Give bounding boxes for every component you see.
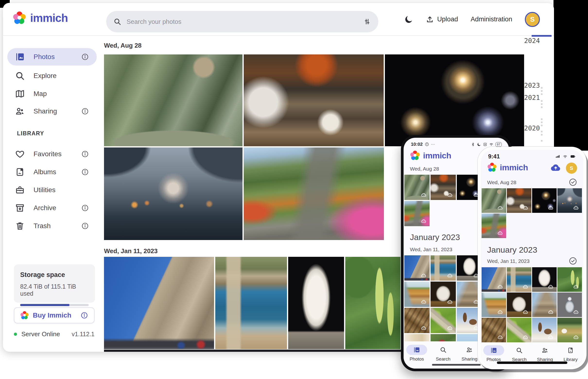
photo-marble-bust[interactable] (288, 257, 344, 349)
search-icon (516, 347, 523, 354)
cloud-sync-icon (496, 205, 504, 211)
search-icon (113, 18, 121, 26)
search-input[interactable] (127, 18, 358, 26)
sidebar-item-trash[interactable]: Trash (7, 217, 97, 235)
photo-autumn-path[interactable] (244, 147, 384, 240)
info-icon[interactable] (81, 107, 89, 115)
date-group-heading: Wed, Aug 28 (104, 42, 142, 49)
photo-snowy-village[interactable] (532, 318, 557, 342)
photo-autumn-path[interactable] (482, 214, 506, 238)
immich-logo[interactable]: immich (13, 11, 68, 25)
photo-cliff-beach[interactable] (404, 282, 429, 307)
user-avatar[interactable]: S (566, 162, 577, 174)
buy-immich-button[interactable]: Buy Immich (14, 307, 95, 323)
sidebar-item-map[interactable]: Map (7, 85, 97, 103)
timeline-year[interactable]: 2023 (518, 82, 540, 89)
photo-jungle-monkeys[interactable] (482, 188, 506, 213)
photo-sea-grapes[interactable] (345, 257, 400, 349)
photo-marble-bust[interactable] (532, 267, 557, 292)
sidebar-item-sharing[interactable]: Sharing (7, 103, 97, 120)
cloud-sync-icon (420, 273, 428, 279)
upload-icon (426, 16, 434, 23)
cloud-backup-icon[interactable] (550, 163, 561, 174)
photo-autumn-path[interactable] (404, 201, 429, 226)
cloud-sync-icon (446, 192, 454, 198)
timeline-year[interactable]: 2020 (518, 124, 540, 132)
photo-jungle-monkeys[interactable] (404, 175, 429, 200)
photo-alpine-field[interactable] (557, 318, 582, 342)
select-all-check-icon[interactable] (569, 257, 577, 265)
photo-autumn-dinner[interactable] (244, 54, 384, 146)
cloud-sync-icon (572, 309, 580, 315)
sidebar-item-favorites[interactable]: Favorites (7, 145, 97, 163)
photo-holding-hands[interactable] (557, 188, 582, 213)
photo-holding-hands[interactable] (104, 147, 242, 240)
sidebar-item-archive[interactable]: Archive (7, 199, 97, 217)
photo-fortress-walls[interactable] (104, 257, 214, 349)
photo-lizard-moss[interactable] (430, 308, 456, 333)
avatar-initial: S (530, 16, 535, 23)
photo-fortress-walls[interactable] (404, 255, 429, 281)
info-icon[interactable] (81, 150, 89, 158)
photo-stone-ruins[interactable] (532, 293, 557, 317)
photo-lizard-leaves[interactable] (404, 308, 429, 333)
status-time: 10:02 (411, 142, 423, 147)
cloud-sync-icon (496, 230, 504, 236)
info-icon[interactable] (81, 204, 89, 212)
photo-coastal-town[interactable] (215, 257, 287, 349)
sharing-people-icon (541, 347, 548, 354)
sidebar-item-label: Map (33, 90, 47, 98)
nav-item-photos[interactable]: Photos (405, 345, 429, 362)
sidebar-item-albums[interactable]: Albums (7, 163, 97, 181)
photo-rock-sculpture[interactable] (430, 282, 456, 307)
sidebar-item-label: Explore (33, 72, 57, 80)
administration-link[interactable]: Administration (471, 16, 512, 23)
sidebar-item-utilities[interactable]: Utilities (7, 181, 97, 199)
nav-item-search[interactable]: Search (431, 345, 455, 362)
photo-fortress-walls[interactable] (482, 267, 506, 292)
month-heading: January 2023 (487, 245, 537, 255)
sidebar-item-label: Sharing (33, 107, 57, 115)
select-all-check-icon[interactable] (569, 178, 577, 186)
photo-fireworks[interactable] (532, 188, 557, 213)
timeline-year[interactable]: 2021 (518, 94, 540, 101)
photo-coastal-town[interactable] (507, 267, 531, 292)
photos-icon (413, 347, 420, 353)
cloud-sync-icon (572, 284, 580, 290)
photo-jungle-monkeys[interactable] (104, 54, 242, 146)
photo-fireworks[interactable] (385, 54, 524, 146)
photo-autumn-dinner[interactable] (430, 175, 456, 200)
sidebar-item-explore[interactable]: Explore (7, 67, 97, 85)
info-icon[interactable] (81, 168, 89, 176)
timeline-year[interactable]: 2024 (518, 37, 540, 45)
nav-item-sharing[interactable]: Sharing (533, 345, 557, 362)
date-group-heading: Wed, Jan 11, 2023 (104, 247, 158, 255)
storage-progress-fill (20, 304, 69, 306)
nav-item-library[interactable]: Library (558, 345, 583, 362)
nav-label: Photos (410, 356, 424, 362)
timeline-position-indicator[interactable] (532, 35, 552, 37)
photo-autumn-dinner[interactable] (507, 188, 531, 213)
cloud-sync-icon (522, 205, 529, 211)
user-avatar[interactable]: S (525, 12, 540, 27)
photo-lizard-leaves[interactable] (482, 318, 506, 342)
info-icon[interactable] (80, 312, 88, 319)
nav-item-photos[interactable]: Photos (482, 345, 506, 362)
cloud-sync-icon (547, 309, 555, 315)
photo-ornate-centerpiece[interactable] (557, 293, 582, 317)
info-icon[interactable] (81, 222, 89, 230)
photo-rock-sculpture[interactable] (507, 293, 531, 317)
upload-button[interactable]: Upload (426, 16, 458, 23)
albums-icon (15, 167, 25, 177)
photo-coastal-town[interactable] (430, 255, 456, 281)
photo-cliff-beach[interactable] (482, 293, 506, 317)
sidebar-item-photos[interactable]: Photos (7, 48, 97, 66)
immich-flower-icon (410, 150, 420, 161)
filter-sliders-icon[interactable] (363, 18, 371, 26)
photo-sea-grapes[interactable] (557, 267, 582, 292)
nav-item-search[interactable]: Search (507, 345, 531, 362)
info-icon[interactable] (81, 53, 89, 61)
dark-mode-moon-icon[interactable] (404, 15, 413, 24)
photo-lizard-moss[interactable] (507, 318, 531, 342)
search-bar[interactable] (106, 11, 378, 32)
